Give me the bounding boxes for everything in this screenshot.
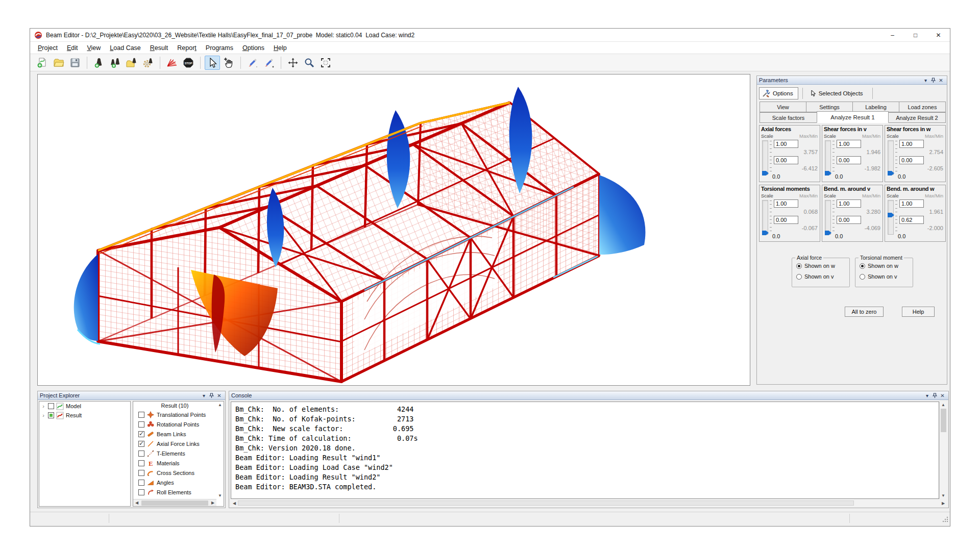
selected-objects-mode-button[interactable]: Selected Objects	[807, 88, 868, 99]
all-to-zero-button[interactable]: All to zero	[845, 307, 884, 317]
list-item-materials[interactable]: E Materials	[133, 458, 224, 468]
item-checkbox[interactable]	[138, 431, 144, 437]
pin-icon[interactable]	[931, 392, 939, 399]
add-load-cases-button[interactable]	[108, 56, 123, 70]
tab-view[interactable]: View	[760, 102, 806, 112]
draw-link-button[interactable]	[261, 56, 277, 70]
scroll-down-icon[interactable]: ▼	[941, 493, 945, 498]
open-project-button[interactable]	[51, 56, 66, 70]
select-tool-button[interactable]	[205, 56, 220, 70]
list-item-rotational-points[interactable]: Rotational Points	[133, 419, 224, 429]
item-checkbox[interactable]	[138, 421, 144, 428]
item-checkbox[interactable]	[138, 450, 144, 457]
menu-report[interactable]: Report	[173, 43, 201, 53]
scroll-right-icon[interactable]: ▶	[209, 500, 216, 505]
model-checkbox[interactable]	[48, 403, 54, 409]
factor-input[interactable]	[837, 199, 861, 208]
pan-tool-button[interactable]	[221, 56, 236, 70]
minimize-button[interactable]: –	[881, 29, 904, 42]
orbit-tool-button[interactable]	[285, 56, 301, 70]
scrollbar-thumb[interactable]	[141, 500, 208, 506]
list-item-roll-elements[interactable]: Roll Elements	[133, 487, 224, 497]
scale-slider[interactable]	[888, 140, 894, 175]
draw-beam-button[interactable]	[245, 56, 260, 70]
model-viewport[interactable]	[37, 74, 750, 386]
menu-programs[interactable]: Programs	[201, 43, 238, 53]
maximize-button[interactable]: □	[904, 29, 927, 42]
close-icon[interactable]: ✕	[939, 392, 946, 399]
offset-input[interactable]	[837, 156, 861, 164]
item-checkbox[interactable]	[138, 480, 144, 486]
console-horizontal-scrollbar[interactable]: ◀ ▶	[231, 499, 947, 507]
list-item-cross-sections[interactable]: Cross Sections	[133, 468, 224, 478]
scroll-up-icon[interactable]: ▲	[218, 403, 222, 407]
offset-input[interactable]	[899, 156, 924, 164]
radio-icon[interactable]	[796, 263, 802, 269]
menu-edit[interactable]: Edit	[62, 43, 83, 53]
pin-icon[interactable]	[208, 392, 215, 399]
console-vertical-scrollbar[interactable]: ▲ ▼	[939, 402, 947, 499]
menu-project[interactable]: Project	[33, 43, 62, 53]
close-icon[interactable]: ✕	[215, 392, 223, 399]
item-checkbox[interactable]	[138, 470, 144, 476]
radio-shown-on-w[interactable]: Shown on w	[860, 263, 913, 269]
resize-grip-icon[interactable]	[942, 516, 949, 523]
tab-scale-factors[interactable]: Scale factors	[760, 112, 817, 123]
menu-view[interactable]: View	[82, 43, 105, 53]
list-item-angles[interactable]: Angles	[133, 478, 224, 487]
help-button[interactable]: Help	[902, 307, 935, 317]
close-button[interactable]: ✕	[927, 29, 950, 42]
offset-input[interactable]	[837, 216, 861, 224]
factor-input[interactable]	[774, 199, 798, 208]
factor-input[interactable]	[899, 199, 924, 208]
scale-slider[interactable]	[825, 140, 831, 175]
stop-button[interactable]: STOP	[181, 56, 196, 70]
show-result-button[interactable]	[164, 56, 180, 70]
radio-icon[interactable]	[860, 274, 865, 280]
list-vertical-scrollbar[interactable]: ▲ ▼	[216, 402, 224, 506]
load-case-settings-button[interactable]	[140, 56, 156, 70]
zoom-tool-button[interactable]	[302, 56, 317, 70]
list-item-translational-points[interactable]: Translational Points	[133, 410, 224, 419]
close-icon[interactable]: ✕	[937, 77, 945, 84]
menu-help[interactable]: Help	[269, 43, 291, 53]
tab-labeling[interactable]: Labeling	[852, 102, 899, 112]
tab-load-zones[interactable]: Load zones	[899, 102, 946, 112]
result-checkbox[interactable]	[48, 412, 54, 418]
list-item-t-elements[interactable]: T-Elements	[133, 448, 224, 458]
scrollbar-thumb[interactable]	[941, 409, 946, 432]
scale-slider[interactable]	[888, 200, 894, 235]
factor-input[interactable]	[837, 140, 861, 148]
list-item-beam-links[interactable]: Beam Links	[133, 429, 224, 439]
options-mode-button[interactable]: Options	[759, 87, 798, 99]
menu-load-case[interactable]: Load Case	[105, 43, 145, 53]
panel-menu-icon[interactable]: ▾	[922, 77, 929, 84]
menu-options[interactable]: Options	[238, 43, 269, 53]
item-checkbox[interactable]	[138, 441, 144, 447]
panel-menu-icon[interactable]: ▾	[923, 392, 931, 399]
add-load-case-button[interactable]	[91, 56, 107, 70]
item-checkbox[interactable]	[138, 460, 144, 466]
scroll-right-icon[interactable]: ▶	[940, 501, 947, 506]
scroll-left-icon[interactable]: ◀	[133, 500, 140, 505]
scrollbar-thumb[interactable]	[238, 500, 854, 506]
scroll-up-icon[interactable]: ▲	[941, 403, 945, 407]
scale-slider[interactable]	[762, 200, 768, 235]
tab-analyze-result-2[interactable]: Analyze Result 2	[888, 112, 946, 123]
scale-slider[interactable]	[762, 140, 768, 175]
menu-result[interactable]: Result	[145, 43, 173, 53]
radio-icon[interactable]	[796, 274, 802, 280]
radio-icon[interactable]	[860, 263, 865, 269]
expander-icon[interactable]: ›	[41, 403, 46, 409]
radio-shown-on-v[interactable]: Shown on v	[860, 273, 913, 280]
factor-input[interactable]	[774, 140, 798, 148]
factor-input[interactable]	[899, 140, 924, 148]
radio-shown-on-v[interactable]: Shown on v	[796, 273, 849, 280]
list-item-axial-force-links[interactable]: Axial Force Links	[133, 439, 224, 448]
offset-input[interactable]	[774, 216, 798, 224]
open-load-case-button[interactable]	[124, 56, 139, 70]
scroll-down-icon[interactable]: ▼	[218, 493, 222, 498]
offset-input[interactable]	[899, 216, 924, 224]
tab-analyze-result-1[interactable]: Analyze Result 1	[817, 111, 889, 123]
save-button[interactable]	[67, 56, 83, 70]
